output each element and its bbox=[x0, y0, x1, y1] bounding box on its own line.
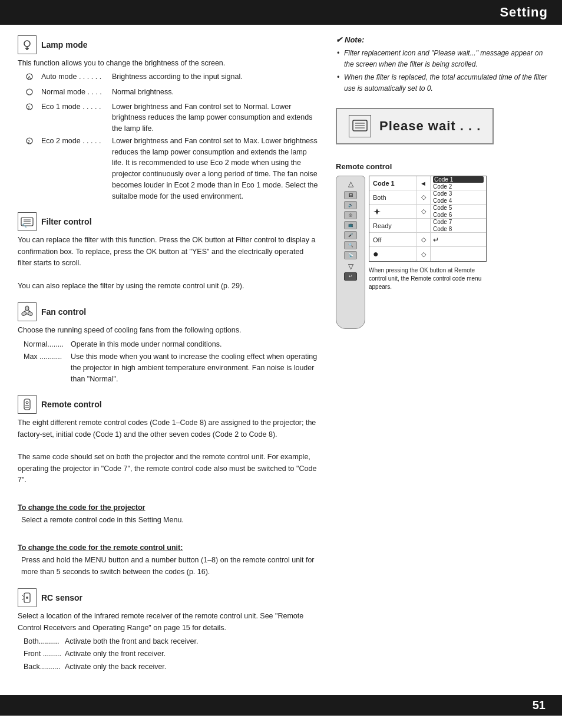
menu-arrow-2: ◇ bbox=[416, 190, 431, 204]
remote-subheading1: To change the code for the projector bbox=[18, 502, 318, 513]
remote-body2: The same code should set on both the pro… bbox=[18, 452, 318, 486]
menu-codes-right-2: Code 3 Code 4 bbox=[431, 189, 486, 205]
remote-control-body: The eight different remote control codes… bbox=[18, 417, 318, 578]
remote-btn-3: ◎ bbox=[344, 211, 357, 219]
note-item-1: Filter replacement icon and "Please wait… bbox=[336, 48, 550, 70]
code-ok-icon: ↵ bbox=[433, 236, 484, 244]
fan-normal-desc: Operate in this mode under normal condit… bbox=[71, 339, 318, 350]
remote-btn-7: 📡 bbox=[344, 251, 357, 259]
lamp-row-normal: Normal mode . . . . Normal brightness. bbox=[24, 87, 318, 100]
page-title: Setting bbox=[500, 5, 548, 19]
menu-row-3: ◇ Code 5 Code 6 bbox=[369, 205, 486, 219]
menu-row-6: ● ◇ bbox=[369, 247, 486, 261]
remote-control-title: Remote control bbox=[41, 400, 102, 409]
lamp-mode-intro: This function allows you to change the b… bbox=[18, 58, 318, 202]
right-column: Note: Filter replacement icon and "Pleas… bbox=[330, 35, 562, 683]
fan-control-icon bbox=[18, 302, 37, 321]
lamp-row-eco1: 1 Eco 1 mode . . . . . Lower brightness … bbox=[24, 101, 318, 134]
svg-point-17 bbox=[25, 306, 29, 311]
menu-both-label: Both bbox=[369, 190, 416, 204]
lamp-row-auto: A Auto mode . . . . . . Brightness accor… bbox=[24, 71, 318, 85]
remote-control-section: Remote control The eight different remot… bbox=[18, 395, 318, 578]
note-box: Note: Filter replacement icon and "Pleas… bbox=[336, 35, 550, 94]
fan-control-title: Fan control bbox=[41, 307, 86, 317]
filter-control-header: 🔧 Filter control bbox=[18, 212, 318, 231]
rc-both-row: Both.......... Activate both the front a… bbox=[24, 636, 318, 647]
code3-item: Code 3 bbox=[433, 190, 484, 197]
fan-normal-label: Normal........ bbox=[24, 339, 71, 350]
menu-arrow-6: ◇ bbox=[416, 247, 431, 261]
fan-row-max: Max ........... Use this mode when you w… bbox=[24, 351, 318, 384]
lamp-mode-header: Lamp mode bbox=[18, 35, 318, 54]
filter-control-section: 🔧 Filter control You can replace the fil… bbox=[18, 212, 318, 292]
lamp-eco2-desc: Lower brightness and Fan control set to … bbox=[112, 136, 318, 202]
menu-codes-right-4: Code 7 Code 8 bbox=[431, 218, 486, 233]
menu-arrow-3: ◇ bbox=[416, 205, 431, 218]
rc-sensor-body: Select a location of the infrared remote… bbox=[18, 611, 318, 673]
lamp-auto-label: Auto mode . . . . . . bbox=[41, 71, 112, 83]
remote-diagram-title: Remote control bbox=[336, 162, 550, 171]
menu-row-4: Ready Code 7 Code 8 bbox=[369, 219, 486, 233]
remote-diagram-section: Remote control △ 🎞 🔊 ◎ 📺 🎤 🔍 📡 ▽ bbox=[336, 162, 550, 329]
fan-control-header: Fan control bbox=[18, 302, 318, 321]
please-wait-box: Please wait . . . bbox=[336, 108, 494, 144]
menu-arrow-4 bbox=[416, 219, 431, 232]
menu-off-label: Off bbox=[369, 233, 416, 246]
remote-subheading2: To change the code for the remote contro… bbox=[18, 542, 318, 554]
rc-back-row: Back.......... Activate only the back re… bbox=[24, 661, 318, 673]
code8-item: Code 8 bbox=[433, 226, 484, 232]
filter-control-icon: 🔧 bbox=[18, 212, 37, 231]
menu-ready-label: Ready bbox=[369, 219, 416, 232]
remote-subtext2: Press and hold the MENU button and a num… bbox=[18, 555, 318, 578]
rc-sensor-header: RC sensor bbox=[18, 588, 318, 607]
lamp-eco2-icon: 2 bbox=[24, 136, 41, 149]
remote-diagram: △ 🎞 🔊 ◎ 📺 🎤 🔍 📡 ▽ ↵ bbox=[336, 176, 550, 329]
remote-menu-popup: Code 1 ◄ Code 1 Code 2 Both ◇ bbox=[369, 176, 487, 291]
lamp-auto-icon: A bbox=[24, 72, 41, 85]
note-list: Filter replacement icon and "Please wait… bbox=[336, 48, 550, 94]
left-column: Lamp mode This function allows you to ch… bbox=[0, 35, 330, 683]
rc-front-desc: Activate only the front receiver. bbox=[65, 648, 318, 660]
page-header: Setting bbox=[0, 0, 562, 25]
svg-text:🔧: 🔧 bbox=[22, 223, 27, 228]
menu-codes-right: Code 1 Code 2 bbox=[431, 175, 486, 191]
rc-sensor-section: RC sensor Select a location of the infra… bbox=[18, 588, 318, 673]
remote-menu-box: Code 1 ◄ Code 1 Code 2 Both ◇ bbox=[369, 176, 487, 262]
rc-sensor-table: Both.......... Activate both the front a… bbox=[18, 636, 318, 673]
please-wait-icon bbox=[349, 115, 371, 137]
lamp-mode-icon bbox=[18, 35, 37, 54]
main-content: Lamp mode This function allows you to ch… bbox=[0, 25, 562, 683]
remote-btn-ok: ↵ bbox=[344, 272, 357, 281]
svg-point-19 bbox=[21, 311, 27, 317]
remote-subtext1: Select a remote control code in this Set… bbox=[18, 515, 318, 526]
menu-row-2: Both ◇ Code 3 Code 4 bbox=[369, 190, 486, 205]
svg-line-25 bbox=[22, 595, 24, 597]
svg-point-27 bbox=[26, 597, 28, 599]
remote-btn-5: 🎤 bbox=[344, 231, 357, 239]
fan-max-desc: Use this mode when you want to increase … bbox=[71, 351, 318, 384]
menu-row-5: Off ◇ ↵ bbox=[369, 233, 486, 247]
lamp-mode-table: A Auto mode . . . . . . Brightness accor… bbox=[18, 71, 318, 202]
svg-text:1: 1 bbox=[28, 106, 30, 110]
rc-front-label: Front ......... bbox=[24, 648, 65, 660]
remote-control-header: Remote control bbox=[18, 395, 318, 414]
svg-text:2: 2 bbox=[28, 140, 30, 144]
svg-point-0 bbox=[24, 41, 30, 47]
svg-line-26 bbox=[22, 599, 24, 599]
fan-control-table: Normal........ Operate in this mode unde… bbox=[18, 339, 318, 385]
rc-back-desc: Activate only the back receiver. bbox=[65, 661, 318, 673]
rc-back-label: Back.......... bbox=[24, 661, 65, 673]
svg-text:A: A bbox=[28, 75, 31, 80]
svg-point-6 bbox=[27, 89, 32, 95]
svg-rect-20 bbox=[24, 399, 30, 410]
menu-code1-label: Code 1 bbox=[369, 176, 416, 190]
svg-point-21 bbox=[26, 401, 28, 404]
menu-empty1 bbox=[369, 205, 416, 218]
lamp-eco1-desc: Lower brightness and Fan control set to … bbox=[112, 101, 318, 134]
menu-dot-label: ● bbox=[369, 247, 416, 261]
menu-codes-right-5: ↵ bbox=[431, 235, 486, 245]
fan-control-body: Choose the running speed of cooling fans… bbox=[18, 325, 318, 384]
lamp-normal-icon bbox=[24, 87, 41, 100]
fan-row-normal: Normal........ Operate in this mode unde… bbox=[24, 339, 318, 350]
lamp-mode-title: Lamp mode bbox=[41, 40, 88, 50]
